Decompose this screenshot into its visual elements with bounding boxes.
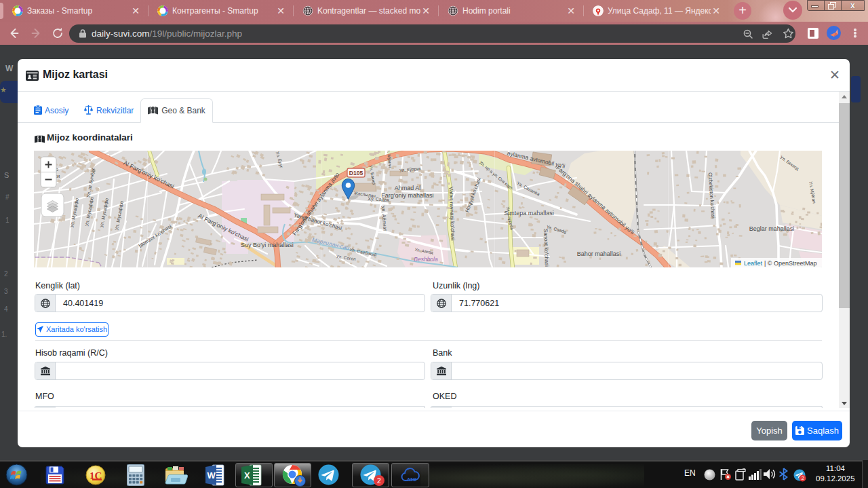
svg-text:Ahmad Al: Ahmad Al xyxy=(395,185,421,191)
svg-text:Beshbola: Beshbola xyxy=(414,256,438,263)
svg-text:Bahor mahallasi: Bahor mahallasi xyxy=(577,250,621,257)
svg-text:W: W xyxy=(208,470,216,481)
svg-text:D105: D105 xyxy=(349,170,363,176)
svg-text:Soy Bo'yi mahallasi: Soy Bo'yi mahallasi xyxy=(241,242,294,248)
svg-text:Leaflet: Leaflet xyxy=(744,260,763,267)
svg-text:Beglar mahallasi: Beglar mahallasi xyxy=(749,225,795,232)
svg-text:X: X xyxy=(244,470,250,481)
svg-text:ATC: ATC xyxy=(407,477,416,482)
svg-text:| © OpenStreetMap: | © OpenStreetMap xyxy=(764,260,817,267)
svg-text:2: 2 xyxy=(802,475,804,481)
